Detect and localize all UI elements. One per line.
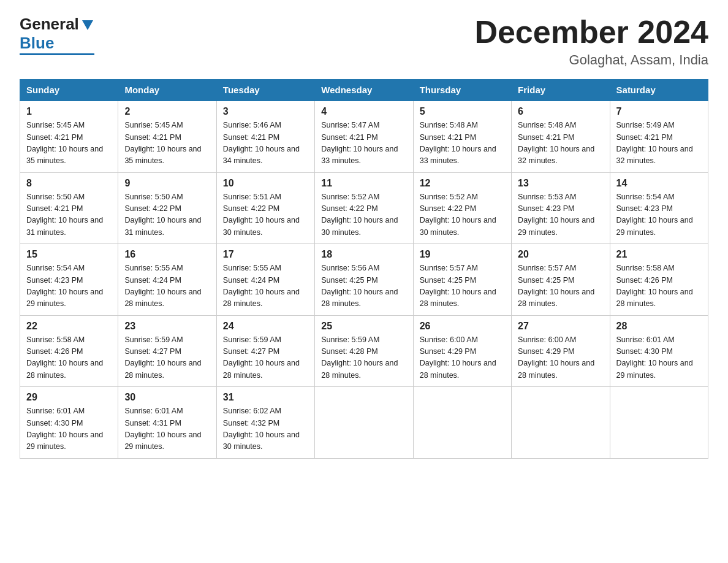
daylight-label: Daylight: 10 hours and 28 minutes. — [223, 288, 300, 308]
table-row: 1 Sunrise: 5:45 AM Sunset: 4:21 PM Dayli… — [20, 101, 118, 172]
calendar-title: December 2024 — [474, 15, 708, 50]
day-number: 1 — [26, 106, 112, 117]
table-row — [610, 387, 708, 459]
table-row: 24 Sunrise: 5:59 AM Sunset: 4:27 PM Dayl… — [216, 315, 314, 387]
sunset-label: Sunset: 4:25 PM — [420, 276, 476, 285]
daylight-label: Daylight: 10 hours and 33 minutes. — [321, 145, 398, 165]
day-number: 19 — [420, 249, 505, 260]
sunrise-label: Sunrise: 5:52 AM — [420, 193, 478, 201]
day-number: 10 — [223, 178, 308, 189]
table-row: 31 Sunrise: 6:02 AM Sunset: 4:32 PM Dayl… — [216, 387, 314, 459]
day-info: Sunrise: 5:57 AM Sunset: 4:25 PM Dayligh… — [518, 262, 603, 310]
day-number: 23 — [124, 321, 210, 332]
sunrise-label: Sunrise: 5:53 AM — [518, 193, 576, 201]
sunrise-label: Sunrise: 6:01 AM — [124, 407, 183, 415]
sunset-label: Sunset: 4:25 PM — [518, 276, 574, 285]
calendar-week-row: 15 Sunrise: 5:54 AM Sunset: 4:23 PM Dayl… — [20, 244, 708, 316]
day-info: Sunrise: 5:54 AM Sunset: 4:23 PM Dayligh… — [26, 262, 112, 310]
sunset-label: Sunset: 4:25 PM — [321, 276, 377, 285]
daylight-label: Daylight: 10 hours and 28 minutes. — [518, 288, 594, 308]
day-info: Sunrise: 5:52 AM Sunset: 4:22 PM Dayligh… — [321, 191, 406, 239]
day-number: 29 — [26, 392, 112, 403]
sunrise-label: Sunrise: 5:54 AM — [26, 264, 85, 272]
daylight-label: Daylight: 10 hours and 28 minutes. — [420, 359, 496, 379]
col-sunday: Sunday — [20, 80, 118, 101]
sunset-label: Sunset: 4:21 PM — [616, 133, 673, 142]
sunset-label: Sunset: 4:32 PM — [223, 419, 279, 427]
col-wednesday: Wednesday — [315, 80, 413, 101]
daylight-label: Daylight: 10 hours and 34 minutes. — [223, 145, 300, 165]
sunrise-label: Sunrise: 5:45 AM — [26, 121, 85, 129]
day-number: 28 — [616, 321, 702, 332]
day-info: Sunrise: 5:46 AM Sunset: 4:21 PM Dayligh… — [223, 120, 308, 167]
sunrise-label: Sunrise: 5:59 AM — [124, 335, 183, 344]
day-info: Sunrise: 6:00 AM Sunset: 4:29 PM Dayligh… — [420, 334, 505, 382]
sunset-label: Sunset: 4:22 PM — [223, 204, 279, 213]
sunrise-label: Sunrise: 5:46 AM — [223, 121, 281, 129]
sunrise-label: Sunrise: 5:58 AM — [26, 335, 85, 344]
day-info: Sunrise: 5:50 AM Sunset: 4:22 PM Dayligh… — [124, 191, 210, 239]
table-row: 20 Sunrise: 5:57 AM Sunset: 4:25 PM Dayl… — [512, 244, 610, 316]
day-info: Sunrise: 5:45 AM Sunset: 4:21 PM Dayligh… — [124, 120, 210, 167]
day-info: Sunrise: 6:01 AM Sunset: 4:30 PM Dayligh… — [26, 405, 112, 453]
day-info: Sunrise: 6:00 AM Sunset: 4:29 PM Dayligh… — [518, 334, 603, 382]
sunset-label: Sunset: 4:28 PM — [321, 347, 377, 356]
day-number: 22 — [26, 321, 112, 332]
col-monday: Monday — [118, 80, 216, 101]
table-row: 8 Sunrise: 5:50 AM Sunset: 4:21 PM Dayli… — [20, 172, 118, 244]
table-row: 9 Sunrise: 5:50 AM Sunset: 4:22 PM Dayli… — [118, 172, 216, 244]
sunset-label: Sunset: 4:24 PM — [124, 276, 181, 285]
table-row: 18 Sunrise: 5:56 AM Sunset: 4:25 PM Dayl… — [315, 244, 413, 316]
col-saturday: Saturday — [610, 80, 708, 101]
day-number: 4 — [321, 106, 406, 117]
table-row: 6 Sunrise: 5:48 AM Sunset: 4:21 PM Dayli… — [512, 101, 610, 172]
logo: General Blue — [20, 15, 94, 55]
sunrise-label: Sunrise: 5:51 AM — [223, 193, 281, 201]
logo-blue-text: Blue — [20, 34, 54, 53]
sunset-label: Sunset: 4:22 PM — [420, 204, 476, 213]
day-info: Sunrise: 6:02 AM Sunset: 4:32 PM Dayligh… — [223, 405, 308, 453]
calendar-header-row: Sunday Monday Tuesday Wednesday Thursday… — [20, 80, 708, 101]
sunrise-label: Sunrise: 5:48 AM — [420, 121, 478, 129]
sunset-label: Sunset: 4:26 PM — [616, 276, 673, 285]
title-block: December 2024 Golaghat, Assam, India — [474, 15, 708, 68]
sunrise-label: Sunrise: 5:55 AM — [124, 264, 183, 272]
calendar-week-row: 29 Sunrise: 6:01 AM Sunset: 4:30 PM Dayl… — [20, 387, 708, 459]
sunset-label: Sunset: 4:21 PM — [26, 204, 83, 213]
day-number: 6 — [518, 106, 603, 117]
calendar-week-row: 1 Sunrise: 5:45 AM Sunset: 4:21 PM Dayli… — [20, 101, 708, 172]
day-number: 5 — [420, 106, 505, 117]
day-info: Sunrise: 6:01 AM Sunset: 4:30 PM Dayligh… — [616, 334, 702, 382]
sunrise-label: Sunrise: 6:01 AM — [26, 407, 85, 415]
sunrise-label: Sunrise: 5:56 AM — [321, 264, 379, 272]
sunrise-label: Sunrise: 5:50 AM — [124, 193, 183, 201]
table-row: 14 Sunrise: 5:54 AM Sunset: 4:23 PM Dayl… — [610, 172, 708, 244]
table-row — [512, 387, 610, 459]
table-row: 2 Sunrise: 5:45 AM Sunset: 4:21 PM Dayli… — [118, 101, 216, 172]
table-row: 17 Sunrise: 5:55 AM Sunset: 4:24 PM Dayl… — [216, 244, 314, 316]
col-tuesday: Tuesday — [216, 80, 314, 101]
day-info: Sunrise: 5:52 AM Sunset: 4:22 PM Dayligh… — [420, 191, 505, 239]
table-row: 19 Sunrise: 5:57 AM Sunset: 4:25 PM Dayl… — [413, 244, 511, 316]
sunrise-label: Sunrise: 5:57 AM — [518, 264, 576, 272]
col-friday: Friday — [512, 80, 610, 101]
table-row: 27 Sunrise: 6:00 AM Sunset: 4:29 PM Dayl… — [512, 315, 610, 387]
sunset-label: Sunset: 4:23 PM — [518, 204, 574, 213]
daylight-label: Daylight: 10 hours and 30 minutes. — [321, 216, 398, 236]
day-number: 12 — [420, 178, 505, 189]
day-info: Sunrise: 5:45 AM Sunset: 4:21 PM Dayligh… — [26, 120, 112, 167]
day-number: 13 — [518, 178, 603, 189]
sunrise-label: Sunrise: 5:59 AM — [321, 335, 379, 344]
calendar-week-row: 22 Sunrise: 5:58 AM Sunset: 4:26 PM Dayl… — [20, 315, 708, 387]
table-row: 12 Sunrise: 5:52 AM Sunset: 4:22 PM Dayl… — [413, 172, 511, 244]
sunset-label: Sunset: 4:24 PM — [223, 276, 279, 285]
sunrise-label: Sunrise: 5:54 AM — [616, 193, 675, 201]
table-row: 22 Sunrise: 5:58 AM Sunset: 4:26 PM Dayl… — [20, 315, 118, 387]
daylight-label: Daylight: 10 hours and 29 minutes. — [616, 216, 693, 236]
table-row: 7 Sunrise: 5:49 AM Sunset: 4:21 PM Dayli… — [610, 101, 708, 172]
daylight-label: Daylight: 10 hours and 31 minutes. — [124, 216, 201, 236]
day-info: Sunrise: 5:51 AM Sunset: 4:22 PM Dayligh… — [223, 191, 308, 239]
day-number: 15 — [26, 249, 112, 260]
sunset-label: Sunset: 4:21 PM — [518, 133, 574, 142]
daylight-label: Daylight: 10 hours and 28 minutes. — [321, 359, 398, 379]
